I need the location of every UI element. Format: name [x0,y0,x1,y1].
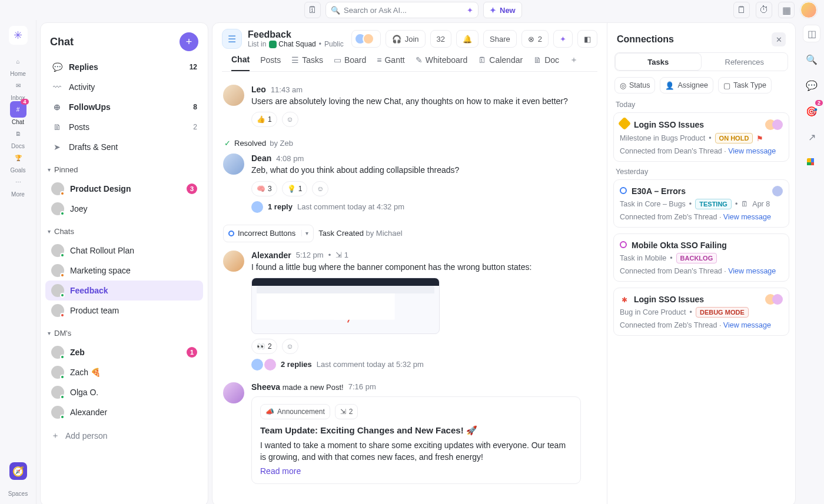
sidebar-group-dm-s[interactable]: ▾DM's [41,323,208,340]
tab-chat[interactable]: Chat [231,55,250,71]
author-name[interactable]: Alexander [251,251,291,260]
tab-board[interactable]: ▭Board [334,55,366,71]
clipboard-icon-button[interactable]: 🗒 [733,2,750,18]
view-message-link[interactable]: View message [728,267,776,275]
sidebar-item-alexander[interactable]: Alexander [45,402,203,422]
sidebar-item-feedback[interactable]: Feedback [45,281,203,301]
sidebar-item-product-design[interactable]: Product Design 3 [45,179,203,199]
new-button[interactable]: ✦ New [483,2,522,18]
rail-item-chat[interactable]: # Chat 4 [4,101,32,125]
share-button[interactable]: Share [483,30,517,48]
sidebar-item-zeb[interactable]: Zeb 1 [45,342,203,362]
thread-summary[interactable]: 1 reply Last comment today at 4:32 pm [251,201,596,213]
channel-subtitle: List in Chat Squad • Public [248,40,344,48]
message-text: Zeb, what do you think about adding coll… [251,164,596,176]
post-card[interactable]: 📣Announcement ⇲2 Team Update: Exciting C… [251,396,581,485]
link-button[interactable]: ↗ [803,128,820,146]
search-button[interactable]: 🔍 [803,51,820,68]
attachments-count[interactable]: ⇲2 [335,404,358,419]
reaction[interactable]: 💡1 [282,181,308,196]
app-logo[interactable]: ✳ [9,26,28,45]
rail-item-more[interactable]: ⋯ More [4,173,32,198]
author-name[interactable]: Leo [251,85,266,94]
connections-tab-references[interactable]: References [702,53,788,71]
image-attachment[interactable] [251,278,440,334]
read-more-link[interactable]: Read more [260,466,301,476]
author-name[interactable]: Dean [251,153,271,163]
rail-item-home[interactable]: ⌂ Home [4,53,32,77]
close-connections-button[interactable]: ✕ [772,32,786,46]
timer-icon-button[interactable]: ⏱ [756,2,772,18]
sidebar-row-posts[interactable]: 🗎 Posts 2 [45,117,203,137]
view-message-link[interactable]: View message [723,213,771,221]
rail-item-inbox[interactable]: ✉ Inbox [4,77,32,101]
connection-card[interactable]: ✱ Login SSO Issues Bug in Core Product• … [613,288,789,336]
join-button[interactable]: 🎧 Join [386,30,426,48]
sidebar-row-replies[interactable]: 💬 Replies 12 [45,57,203,77]
connection-card[interactable]: E30A – Errors Task in Core – Bugs• TESTI… [613,179,789,228]
global-search-input[interactable]: 🔍 Search or Ask AI... ✦ [325,2,479,18]
panel-layout-button[interactable]: ◫ [803,25,820,42]
current-user-avatar[interactable] [800,2,817,18]
sidebar-item-chat-rollout-plan[interactable]: Chat Rollout Plan [45,241,203,261]
sidebar-group-pinned[interactable]: ▾Pinned [41,159,208,176]
avatar [51,346,64,359]
connection-card[interactable]: Login SSO Issues Milestone in Bugs Produ… [613,112,789,162]
sidebar-item-marketing-space[interactable]: Marketing space [45,261,203,281]
sidebar-row-drafts-sent[interactable]: ➤ Drafts & Sent [45,137,203,157]
tab-whiteboard[interactable]: ✎Whiteboard [416,55,468,71]
megaphone-icon: 📣 [265,408,274,416]
reaction[interactable]: 🧠3 [251,181,277,196]
rail-item-goals[interactable]: 🏆 Goals [4,149,32,173]
rail-item-docs[interactable]: 🗎 Docs [4,125,32,149]
message-feed[interactable]: Leo11:43 am Users are absolutely loving … [212,72,607,504]
tab-posts[interactable]: Posts [260,55,281,71]
filter-status[interactable]: ◎Status [614,77,655,94]
task-chip[interactable]: Incorrect Buttons ▾ [223,225,314,242]
notifications-button[interactable]: 🔔 [456,30,479,48]
tab-gantt[interactable]: ≡Gantt [377,55,404,71]
connections-tab-tasks[interactable]: Tasks [615,53,702,71]
connection-card[interactable]: Mobile Okta SSO Failing Task in Mobile• … [613,233,789,282]
member-count-chip[interactable]: 32 [430,30,451,48]
activity-target-button[interactable]: 🎯2 [803,102,820,120]
rail-badge: 4 [21,99,28,105]
calendar-icon-button[interactable]: 🗓 [304,2,321,18]
add-view-button[interactable]: ＋ [570,55,578,71]
new-chat-button[interactable]: + [180,32,198,51]
view-message-link[interactable]: View message [723,321,771,329]
sidebar-item-olga-o-[interactable]: Olga O. [45,382,203,402]
reaction[interactable]: 👀2 [251,339,277,354]
members-avatars-chip[interactable] [351,30,381,48]
panel-toggle-button[interactable]: ◧ [577,30,597,48]
sidebar-item-product-team[interactable]: Product team [45,301,203,321]
spaces-button[interactable]: 🧭 [9,462,27,480]
tab-calendar[interactable]: 🗓Calendar [478,55,523,71]
filter-assignee[interactable]: 👤Assignee [660,77,713,94]
tab-tasks[interactable]: ☰Tasks [291,55,323,71]
filter-task-type[interactable]: ▢Task Type [718,77,772,94]
add-reaction-button[interactable]: ☺ [282,112,298,127]
sidebar-row-activity[interactable]: 〰 Activity [45,77,203,97]
chevron-down-icon[interactable]: ▾ [301,230,308,236]
apps-grid-icon-button[interactable]: ▦ [778,2,795,18]
sidebar-group-chats[interactable]: ▾Chats [41,221,208,238]
reaction[interactable]: 👍1 [251,112,277,127]
people-chip[interactable]: ⊗ 2 [521,30,549,48]
sidebar-item-zach-[interactable]: Zach 🍕 [45,362,203,382]
add-person-button[interactable]: ＋ Add person [45,427,203,445]
add-reaction-button[interactable]: ☺ [282,339,298,354]
add-reaction-button[interactable]: ☺ [312,181,328,196]
apps-colorgrid-button[interactable] [803,154,820,172]
announcement-tag[interactable]: 📣Announcement [260,404,330,419]
sidebar-row-followups[interactable]: ⊕ FollowUps 8 [45,97,203,117]
thread-summary[interactable]: 2 replies Last comment today at 5:32 pm [251,359,596,371]
avatar [223,153,244,175]
view-message-link[interactable]: View message [728,147,776,155]
comments-button[interactable]: 💬 [803,76,820,94]
home-icon: ⌂ [10,53,26,69]
ai-chip[interactable]: ✦ [553,30,573,48]
tab-doc[interactable]: 🗎Doc [533,55,559,71]
assignee-avatars [765,294,783,305]
sidebar-item-joey[interactable]: Joey [45,199,203,219]
